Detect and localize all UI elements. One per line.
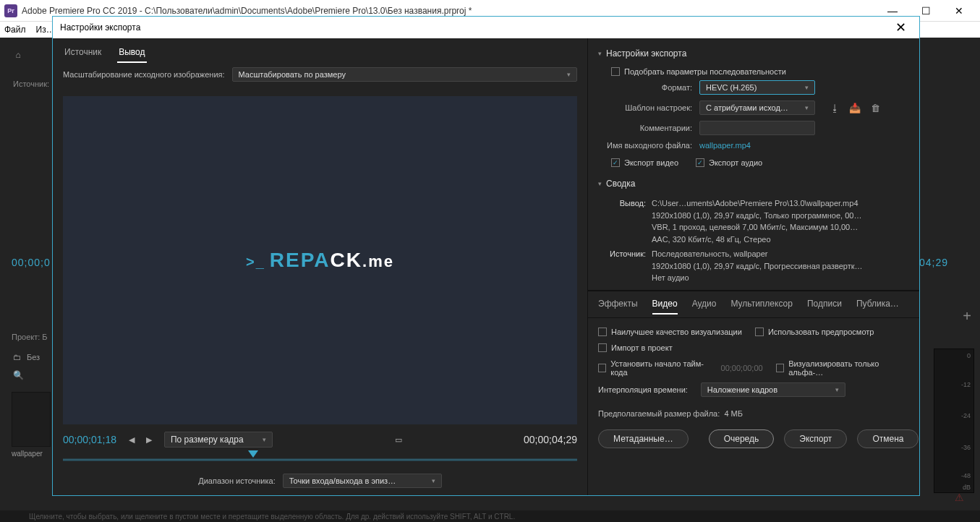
- time-interpolation-dropdown[interactable]: Наложение кадров▾: [701, 382, 845, 397]
- max-render-quality-checkbox[interactable]: Наилучшее качество визуализации: [598, 326, 742, 338]
- tab-video[interactable]: Видео: [652, 297, 678, 315]
- clip-thumb[interactable]: [12, 392, 51, 447]
- use-previews-checkbox[interactable]: Использовать предпросмотр: [755, 326, 874, 338]
- timeline-scrubber[interactable]: [63, 450, 577, 469]
- bin-row[interactable]: 🗀Без: [13, 353, 40, 361]
- tab-output[interactable]: Вывод: [117, 44, 146, 63]
- tab-audio[interactable]: Аудио: [692, 297, 717, 315]
- cancel-button[interactable]: Отмена: [857, 429, 919, 448]
- scale-dropdown[interactable]: Масштабировать по размеру▾: [232, 67, 577, 82]
- preview-content: >_REPACK.me: [246, 249, 394, 272]
- tab-publish[interactable]: Публика…: [856, 297, 899, 315]
- estimated-size: Предполагаемый размер файла: 4 МБ: [588, 405, 919, 422]
- format-label: Формат:: [598, 83, 692, 92]
- home-icon[interactable]: ⌂: [7, 46, 29, 64]
- queue-button[interactable]: Очередь: [709, 429, 775, 448]
- dialog-titlebar: Настройки экспорта ✕: [53, 17, 919, 38]
- twirl-down-icon: ▾: [598, 180, 602, 187]
- output-name-label: Имя выходного файла:: [598, 141, 692, 150]
- import-into-project-checkbox[interactable]: Импорт в проект: [598, 342, 673, 354]
- settings-tabs: Эффекты Видео Аудио Мультиплексор Подпис…: [588, 291, 919, 318]
- twirl-down-icon: ▾: [598, 50, 602, 57]
- chevron-down-icon: ▾: [798, 104, 809, 111]
- delete-preset-icon[interactable]: 🗑: [869, 102, 882, 114]
- dialog-title: Настройки экспорта: [60, 22, 140, 33]
- summary-output: Вывод:C:\User…uments\Adobe\Premiere Pro\…: [598, 196, 909, 247]
- export-audio-checkbox[interactable]: Экспорт аудио: [696, 157, 762, 168]
- match-sequence-checkbox[interactable]: Подобрать параметры последовательности: [598, 66, 909, 77]
- import-preset-icon[interactable]: 📥: [848, 102, 861, 114]
- chevron-down-icon: ▾: [425, 477, 435, 484]
- source-range-dropdown[interactable]: Точки входа/выхода в эпиз…▾: [283, 474, 442, 488]
- scale-label: Масштабирование исходного изображения:: [63, 70, 225, 79]
- out-timecode: 00;00;04;29: [524, 434, 577, 445]
- tab-source[interactable]: Источник: [63, 44, 103, 63]
- prev-frame-button[interactable]: ◀: [125, 434, 138, 445]
- chevron-down-icon: ▾: [828, 386, 839, 393]
- audio-meter: 0 -12 -24 -36 -48 dB: [934, 348, 974, 493]
- window-title: Adobe Premiere Pro CC 2019 - C:\Пользова…: [22, 6, 472, 16]
- preset-label: Шаблон настроек:: [598, 103, 692, 112]
- summary-source: Источник:Последовательность, wallpaper 1…: [598, 247, 909, 286]
- preview-tabs: Источник Вывод: [53, 38, 587, 63]
- export-button[interactable]: Экспорт: [784, 429, 847, 448]
- set-start-timecode-checkbox[interactable]: Установить начало тайм-кода00;00;00;00: [598, 358, 763, 378]
- status-text: Щелкните, чтобы выбрать, или щелкните в …: [29, 513, 515, 521]
- dialog-buttons: Метаданные… Очередь Экспорт Отмена: [588, 422, 919, 455]
- bg-timecode-left: 00;00;0: [12, 257, 51, 268]
- tab-effects[interactable]: Эффекты: [598, 297, 638, 315]
- close-window-button[interactable]: ✕: [942, 1, 976, 21]
- video-preview: >_REPACK.me: [63, 96, 577, 424]
- save-preset-icon[interactable]: ⭳: [828, 102, 841, 114]
- preview-pane: Источник Вывод Масштабирование исходного…: [53, 38, 588, 495]
- fit-dropdown[interactable]: По размеру кадра▾: [164, 432, 273, 448]
- source-range-label: Диапазон источника:: [198, 476, 275, 485]
- add-marker-icon[interactable]: +: [963, 308, 971, 325]
- metadata-button[interactable]: Метаданные…: [598, 429, 689, 448]
- format-dropdown[interactable]: HEVC (H.265)▾: [699, 80, 815, 95]
- clip-label: wallpaper: [12, 450, 43, 458]
- settings-pane: ▾Настройки экспорта Подобрать параметры …: [588, 38, 919, 495]
- export-settings-dialog: Настройки экспорта ✕ Источник Вывод Масш…: [52, 16, 920, 496]
- menu-file[interactable]: Файл: [4, 25, 26, 35]
- preset-dropdown[interactable]: С атрибутами исход…▾: [699, 100, 815, 115]
- in-timecode[interactable]: 00;00;01;18: [63, 434, 116, 445]
- warning-icon[interactable]: ⚠: [955, 492, 964, 503]
- comments-label: Комментарии:: [598, 124, 692, 132]
- next-frame-button[interactable]: ▶: [142, 434, 155, 445]
- export-settings-header[interactable]: ▾Настройки экспорта: [598, 46, 909, 66]
- playhead-icon[interactable]: [248, 450, 258, 458]
- folder-icon: 🗀: [13, 353, 21, 361]
- tab-captions[interactable]: Подписи: [807, 297, 842, 315]
- app-logo: Pr: [4, 4, 17, 17]
- chevron-down-icon: ▾: [255, 436, 266, 443]
- render-alpha-only-checkbox[interactable]: Визуализировать только альфа-…: [776, 358, 909, 378]
- dialog-close-button[interactable]: ✕: [890, 20, 912, 35]
- source-panel-label: Источник:: [13, 80, 49, 88]
- aspect-ratio-button[interactable]: ▭: [392, 434, 405, 445]
- summary-header[interactable]: ▾Сводка: [598, 173, 909, 196]
- time-interpolation-label: Интерполяция времени:: [598, 385, 688, 394]
- chevron-down-icon: ▾: [560, 71, 571, 78]
- project-panel-label: Проект: Б: [12, 333, 48, 341]
- chevron-down-icon: ▾: [798, 84, 809, 91]
- search-icon[interactable]: 🔍: [13, 370, 24, 380]
- status-bar: Щелкните, чтобы выбрать, или щелкните в …: [0, 510, 980, 522]
- comments-input[interactable]: [699, 121, 815, 135]
- render-options: Наилучшее качество визуализации Использо…: [588, 318, 919, 405]
- export-video-checkbox[interactable]: Экспорт видео: [611, 157, 678, 168]
- output-name-link[interactable]: wallpaper.mp4: [699, 141, 751, 150]
- tab-multiplexer[interactable]: Мультиплексор: [730, 297, 792, 315]
